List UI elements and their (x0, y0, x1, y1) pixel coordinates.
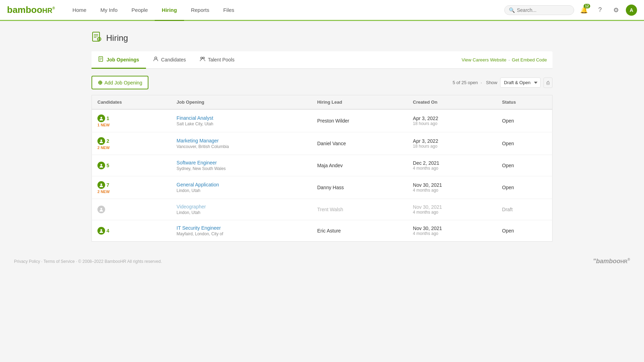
copyright-text: © 2008–2022 BambooHR All rights reserved… (78, 259, 162, 264)
status-cell-3: Open (497, 155, 552, 176)
candidate-count-num: 1 (107, 116, 109, 121)
tab-job-openings-label: Job Openings (107, 57, 139, 62)
new-badge: 2 NEW (97, 146, 110, 150)
col-hiring-lead: Hiring Lead (312, 95, 407, 110)
notifications-button[interactable]: 🔔 12 (578, 4, 590, 16)
candidate-count-num: 2 (107, 138, 109, 144)
created-on-cell-2: Apr 3, 2022 18 hours ago (407, 132, 496, 155)
tab-candidates[interactable]: Candidates (146, 51, 193, 69)
tab-talent-pools[interactable]: Talent Pools (193, 51, 241, 69)
svg-rect-0 (93, 32, 100, 41)
svg-point-14 (101, 117, 102, 119)
job-title-link[interactable]: Software Engineer (177, 160, 217, 165)
candidate-cell-1: 1 1 NEW (92, 109, 171, 132)
created-on-cell-4: Nov 30, 2021 4 months ago (407, 176, 496, 199)
col-status: Status (497, 95, 552, 110)
search-box[interactable]: 🔍 (504, 5, 574, 15)
job-location: Lindon, Utah (177, 210, 306, 215)
privacy-policy-link[interactable]: Privacy Policy (14, 259, 40, 264)
job-opening-cell-5: Videographer Lindon, Utah (171, 199, 312, 220)
svg-point-16 (101, 164, 102, 166)
logo[interactable]: bambooHR® (7, 5, 55, 15)
nav-hiring[interactable]: Hiring (155, 0, 184, 21)
question-icon: ? (598, 6, 602, 14)
tabs-left: Job Openings Candidates Talent Pools (92, 51, 241, 68)
hiring-lead-cell-1: Preston Wilder (312, 109, 407, 132)
date-main: Nov 30, 2021 (413, 226, 491, 231)
tab-job-openings[interactable]: Job Openings (92, 51, 146, 69)
hiring-lead-cell-5: Trent Walsh (312, 199, 407, 220)
job-title-link[interactable]: General Application (177, 182, 219, 187)
job-location: Salt Lake City, Utah (177, 121, 306, 126)
gear-icon: ⚙ (613, 6, 619, 14)
table-row: 2 2 NEW Marketing Manager Vancouver, Bri… (92, 132, 552, 155)
show-text: Show (486, 80, 497, 85)
candidate-count-num: 7 (107, 182, 109, 188)
logo-reg: ® (52, 6, 55, 10)
hiring-lead-cell-6: Eric Asture (312, 220, 407, 242)
footer-logo-bamboo: "bamboo (593, 258, 621, 265)
nav-people[interactable]: People (125, 0, 155, 21)
refresh-icon: ⎙ (547, 80, 549, 86)
candidate-count-num: 5 (107, 163, 109, 168)
table-header-row: Candidates Job Opening Hiring Lead Creat… (92, 95, 552, 110)
main-content: Hiring Job Openings Candidates Talent P (78, 21, 566, 252)
filter-select[interactable]: Draft & Open Open Only Draft Only All (500, 77, 541, 88)
get-embed-link[interactable]: Get Embed Code (512, 57, 547, 62)
tabs-right: View Careers Website · Get Embed Code (462, 57, 552, 62)
table-row: 5 Software Engineer Sydney, New South Wa… (92, 155, 552, 176)
job-opening-cell-3: Software Engineer Sydney, New South Wale… (171, 155, 312, 176)
date-main: Nov 30, 2021 (413, 182, 491, 188)
created-on-cell-3: Dec 2, 2021 4 months ago (407, 155, 496, 176)
job-opening-cell-4: General Application Lindon, Utah (171, 176, 312, 199)
date-ago: 4 months ago (413, 210, 491, 215)
candidate-icon (97, 114, 105, 122)
view-careers-link[interactable]: View Careers Website (462, 57, 506, 62)
date-main: Dec 2, 2021 (413, 160, 491, 166)
status-cell-1: Open (497, 109, 552, 132)
candidate-cell-5 (92, 199, 171, 220)
avatar[interactable]: A (626, 5, 637, 16)
table-row: 1 1 NEW Financial Analyst Salt Lake City… (92, 109, 552, 132)
job-opening-cell-6: IT Security Engineer Mayfaird, London, C… (171, 220, 312, 242)
avatar-initials: A (630, 7, 633, 13)
status-cell-5: Draft (497, 199, 552, 220)
date-ago: 4 months ago (413, 188, 491, 193)
job-title-link[interactable]: Videographer (177, 204, 206, 209)
settings-button[interactable]: ⚙ (610, 4, 622, 16)
footer-logo: "bambooHR® (593, 258, 630, 265)
col-candidates: Candidates (92, 95, 171, 110)
tab-candidates-label: Candidates (161, 57, 186, 62)
nav-files[interactable]: Files (216, 0, 241, 21)
candidate-icon (97, 137, 105, 145)
search-icon: 🔍 (509, 7, 515, 13)
search-input[interactable] (517, 7, 569, 13)
date-ago: 4 months ago (413, 231, 491, 236)
terms-of-service-link[interactable]: Terms of Service (43, 259, 74, 264)
job-opening-cell-2: Marketing Manager Vancouver, British Col… (171, 132, 312, 155)
nav-reports[interactable]: Reports (184, 0, 217, 21)
job-location: Sydney, New South Wales (177, 166, 306, 171)
date-main: Nov 30, 2021 (413, 204, 491, 210)
candidate-cell-6: 4 (92, 220, 171, 242)
date-ago: 4 months ago (413, 166, 491, 171)
footer-left: Privacy Policy · Terms of Service · © 20… (14, 259, 162, 264)
svg-point-19 (101, 229, 102, 231)
table-row: 4 IT Security Engineer Mayfaird, London,… (92, 220, 552, 242)
logo-bamboo-text: bamboo (7, 5, 42, 15)
job-title-link[interactable]: Financial Analyst (177, 115, 213, 121)
candidate-cell-4: 7 2 NEW (92, 176, 171, 199)
refresh-button[interactable]: ⎙ (543, 77, 552, 88)
job-title-link[interactable]: IT Security Engineer (177, 225, 221, 231)
nav-my-info[interactable]: My Info (93, 0, 124, 21)
candidate-cell-3: 5 (92, 155, 171, 176)
candidate-icon (97, 206, 105, 213)
add-job-opening-button[interactable]: ⊕ Add Job Opening (92, 76, 148, 89)
toolbar-right: 5 of 25 open · Show Draft & Open Open On… (453, 77, 552, 88)
job-title-link[interactable]: Marketing Manager (177, 138, 219, 143)
nav-home[interactable]: Home (65, 0, 93, 21)
help-button[interactable]: ? (594, 4, 606, 16)
candidate-icon (97, 227, 105, 235)
plus-icon: ⊕ (98, 79, 102, 86)
talent-pools-icon (200, 56, 205, 63)
